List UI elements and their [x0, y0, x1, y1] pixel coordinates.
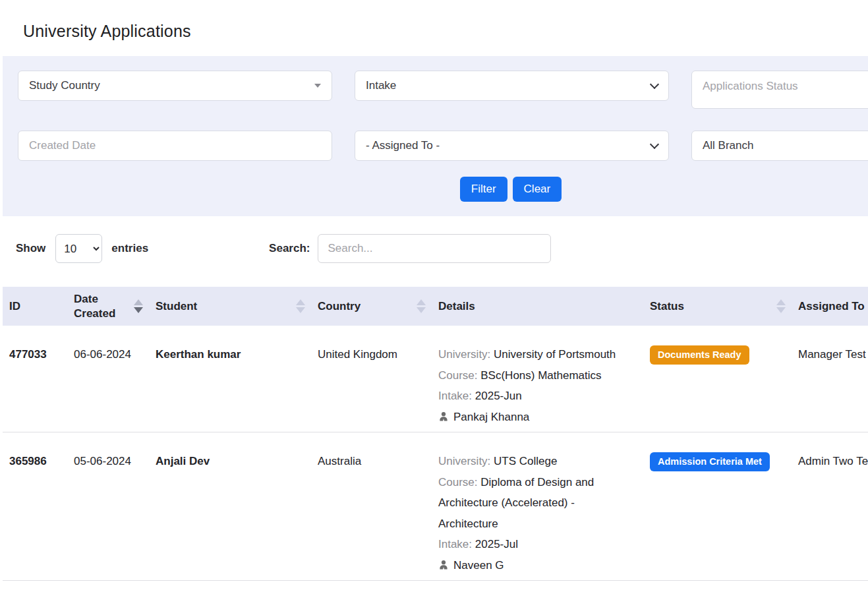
- branch-value: All Branch: [703, 139, 868, 152]
- filter-buttons-row: Filter Clear: [3, 177, 868, 202]
- status-badge: Admission Criteria Met: [650, 452, 770, 471]
- filter-panel: Study Country Intake Applications Status…: [3, 56, 868, 216]
- card-header: University Applications: [3, 0, 868, 56]
- applications-status-placeholder: Applications Status: [703, 80, 868, 93]
- created-date-input[interactable]: [18, 131, 332, 161]
- column-header-assigned-to: Assigned To: [798, 299, 868, 314]
- counselor-line: Naveen G: [438, 555, 622, 576]
- intake-value: 2025-Jul: [475, 538, 518, 550]
- cell-id: 477033: [9, 344, 74, 365]
- column-header-id[interactable]: ID: [9, 299, 74, 314]
- intake-label: Intake:: [438, 538, 472, 550]
- university-applications-card: University Applications Study Country In…: [3, 0, 868, 581]
- assigned-to-select[interactable]: - Assigned To -: [355, 131, 669, 161]
- counselor-line: Pankaj Khanna: [438, 407, 622, 428]
- caret-down-icon: [314, 84, 321, 88]
- course-label: Course:: [438, 369, 478, 382]
- assigned-to-value: - Assigned To -: [366, 139, 651, 152]
- intake-value: Intake: [366, 79, 651, 92]
- filter-row-2: - Assigned To - All Branch: [18, 131, 868, 161]
- page-size-select[interactable]: 10: [55, 234, 102, 263]
- column-header-country[interactable]: Country: [318, 299, 438, 314]
- column-header-status[interactable]: Status: [650, 299, 798, 314]
- counselor-name: Naveen G: [453, 555, 504, 576]
- cell-id: 365986: [9, 451, 74, 472]
- table-row: 477033 06-06-2024 Keerthan kumar United …: [3, 326, 868, 432]
- cell-assigned-to: Manager Test: [798, 344, 868, 365]
- column-header-date-created[interactable]: Date Created: [74, 292, 156, 321]
- sort-icon[interactable]: [776, 299, 786, 313]
- search-label: Search:: [269, 242, 310, 255]
- person-icon: [438, 411, 449, 422]
- chevron-down-icon: [650, 79, 659, 88]
- course-label: Course:: [438, 476, 478, 488]
- intake-label: Intake:: [438, 390, 472, 402]
- page-title: University Applications: [23, 22, 191, 41]
- intake-select[interactable]: Intake: [355, 71, 669, 101]
- intake-value: 2025-Jun: [475, 390, 522, 402]
- filter-row-1: Study Country Intake Applications Status: [18, 71, 868, 109]
- cell-status: Admission Criteria Met: [650, 451, 798, 472]
- study-country-select[interactable]: Study Country: [18, 71, 332, 101]
- sort-icon[interactable]: [296, 299, 305, 313]
- university-label: University:: [438, 348, 490, 361]
- applications-status-select[interactable]: Applications Status: [691, 71, 868, 109]
- person-icon: [438, 560, 449, 570]
- cell-date-created: 06-06-2024: [74, 344, 156, 365]
- table-row: 365986 05-06-2024 Anjali Dev Australia U…: [3, 432, 868, 581]
- cell-country: Australia: [318, 451, 438, 472]
- clear-button[interactable]: Clear: [513, 177, 562, 202]
- chevron-down-icon: [650, 139, 659, 148]
- column-header-student[interactable]: Student: [156, 299, 318, 314]
- cell-date-created: 05-06-2024: [74, 451, 156, 472]
- cell-country: United Kingdom: [318, 344, 438, 365]
- filter-button[interactable]: Filter: [460, 177, 507, 202]
- show-label: Show: [16, 242, 45, 255]
- cell-student: Keerthan kumar: [156, 344, 318, 365]
- table-header: ID Date Created Student Country Details …: [3, 287, 868, 326]
- course-value: BSc(Hons) Mathematics: [480, 369, 601, 382]
- branch-select[interactable]: All Branch: [691, 131, 868, 161]
- university-value: UTS College: [494, 455, 557, 467]
- cell-details: University: UTS College Course: Diploma …: [438, 451, 629, 576]
- table-controls: Show 10 entries Search:: [3, 216, 868, 287]
- counselor-name: Pankaj Khanna: [453, 407, 529, 428]
- study-country-value: Study Country: [29, 79, 314, 92]
- cell-details: University: University of Portsmouth Cou…: [438, 344, 629, 427]
- university-label: University:: [438, 455, 490, 467]
- cell-student: Anjali Dev: [156, 451, 318, 472]
- cell-status: Documents Ready: [650, 344, 798, 365]
- sort-icon[interactable]: [417, 299, 426, 313]
- column-header-details: Details: [438, 299, 650, 314]
- university-value: University of Portsmouth: [494, 348, 616, 361]
- cell-assigned-to: Admin Two Test: [798, 451, 868, 472]
- search-input[interactable]: [318, 234, 551, 263]
- entries-label: entries: [111, 242, 148, 255]
- sort-desc-icon[interactable]: [134, 299, 143, 313]
- status-badge: Documents Ready: [650, 345, 749, 365]
